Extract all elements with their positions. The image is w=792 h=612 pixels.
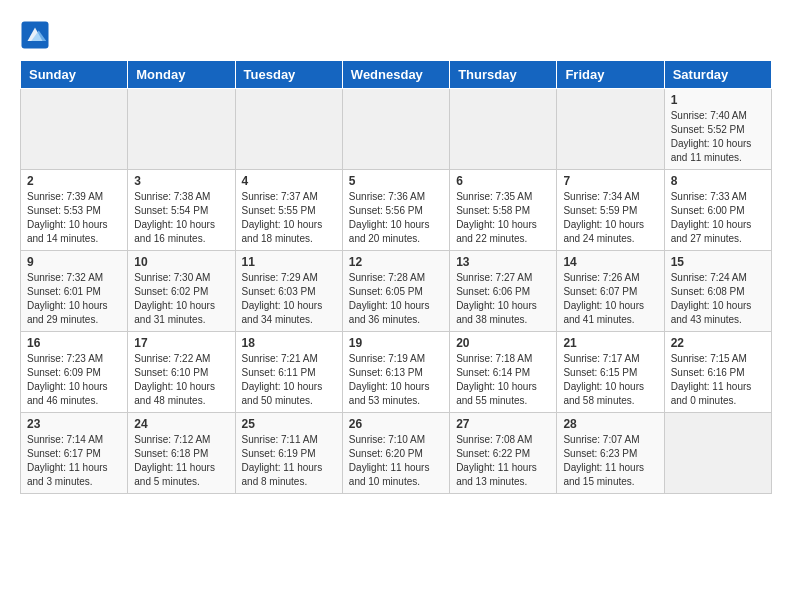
day-info: Sunrise: 7:27 AM Sunset: 6:06 PM Dayligh… bbox=[456, 271, 550, 327]
day-number: 28 bbox=[563, 417, 657, 431]
calendar-cell bbox=[664, 413, 771, 494]
calendar-cell bbox=[21, 89, 128, 170]
calendar-cell: 19Sunrise: 7:19 AM Sunset: 6:13 PM Dayli… bbox=[342, 332, 449, 413]
day-info: Sunrise: 7:30 AM Sunset: 6:02 PM Dayligh… bbox=[134, 271, 228, 327]
day-info: Sunrise: 7:29 AM Sunset: 6:03 PM Dayligh… bbox=[242, 271, 336, 327]
day-header-tuesday: Tuesday bbox=[235, 61, 342, 89]
day-number: 26 bbox=[349, 417, 443, 431]
day-info: Sunrise: 7:40 AM Sunset: 5:52 PM Dayligh… bbox=[671, 109, 765, 165]
calendar-cell: 22Sunrise: 7:15 AM Sunset: 6:16 PM Dayli… bbox=[664, 332, 771, 413]
calendar-cell: 9Sunrise: 7:32 AM Sunset: 6:01 PM Daylig… bbox=[21, 251, 128, 332]
day-number: 21 bbox=[563, 336, 657, 350]
day-number: 5 bbox=[349, 174, 443, 188]
day-info: Sunrise: 7:22 AM Sunset: 6:10 PM Dayligh… bbox=[134, 352, 228, 408]
day-number: 24 bbox=[134, 417, 228, 431]
calendar-cell: 15Sunrise: 7:24 AM Sunset: 6:08 PM Dayli… bbox=[664, 251, 771, 332]
week-row: 2Sunrise: 7:39 AM Sunset: 5:53 PM Daylig… bbox=[21, 170, 772, 251]
day-number: 12 bbox=[349, 255, 443, 269]
day-header-thursday: Thursday bbox=[450, 61, 557, 89]
day-number: 9 bbox=[27, 255, 121, 269]
calendar-cell: 2Sunrise: 7:39 AM Sunset: 5:53 PM Daylig… bbox=[21, 170, 128, 251]
day-info: Sunrise: 7:19 AM Sunset: 6:13 PM Dayligh… bbox=[349, 352, 443, 408]
header-row: SundayMondayTuesdayWednesdayThursdayFrid… bbox=[21, 61, 772, 89]
calendar-cell: 20Sunrise: 7:18 AM Sunset: 6:14 PM Dayli… bbox=[450, 332, 557, 413]
calendar-cell: 16Sunrise: 7:23 AM Sunset: 6:09 PM Dayli… bbox=[21, 332, 128, 413]
day-info: Sunrise: 7:33 AM Sunset: 6:00 PM Dayligh… bbox=[671, 190, 765, 246]
calendar-cell: 4Sunrise: 7:37 AM Sunset: 5:55 PM Daylig… bbox=[235, 170, 342, 251]
day-number: 23 bbox=[27, 417, 121, 431]
day-info: Sunrise: 7:32 AM Sunset: 6:01 PM Dayligh… bbox=[27, 271, 121, 327]
day-info: Sunrise: 7:23 AM Sunset: 6:09 PM Dayligh… bbox=[27, 352, 121, 408]
day-number: 20 bbox=[456, 336, 550, 350]
day-info: Sunrise: 7:24 AM Sunset: 6:08 PM Dayligh… bbox=[671, 271, 765, 327]
day-info: Sunrise: 7:15 AM Sunset: 6:16 PM Dayligh… bbox=[671, 352, 765, 408]
day-info: Sunrise: 7:10 AM Sunset: 6:20 PM Dayligh… bbox=[349, 433, 443, 489]
day-number: 15 bbox=[671, 255, 765, 269]
day-number: 11 bbox=[242, 255, 336, 269]
day-header-wednesday: Wednesday bbox=[342, 61, 449, 89]
calendar-cell: 5Sunrise: 7:36 AM Sunset: 5:56 PM Daylig… bbox=[342, 170, 449, 251]
calendar-cell: 26Sunrise: 7:10 AM Sunset: 6:20 PM Dayli… bbox=[342, 413, 449, 494]
day-info: Sunrise: 7:26 AM Sunset: 6:07 PM Dayligh… bbox=[563, 271, 657, 327]
day-number: 10 bbox=[134, 255, 228, 269]
day-header-saturday: Saturday bbox=[664, 61, 771, 89]
day-number: 8 bbox=[671, 174, 765, 188]
calendar-cell bbox=[128, 89, 235, 170]
day-number: 14 bbox=[563, 255, 657, 269]
calendar: SundayMondayTuesdayWednesdayThursdayFrid… bbox=[20, 60, 772, 494]
day-number: 4 bbox=[242, 174, 336, 188]
day-info: Sunrise: 7:14 AM Sunset: 6:17 PM Dayligh… bbox=[27, 433, 121, 489]
calendar-cell bbox=[557, 89, 664, 170]
calendar-cell: 27Sunrise: 7:08 AM Sunset: 6:22 PM Dayli… bbox=[450, 413, 557, 494]
header bbox=[20, 20, 772, 50]
day-info: Sunrise: 7:36 AM Sunset: 5:56 PM Dayligh… bbox=[349, 190, 443, 246]
day-info: Sunrise: 7:11 AM Sunset: 6:19 PM Dayligh… bbox=[242, 433, 336, 489]
calendar-cell: 1Sunrise: 7:40 AM Sunset: 5:52 PM Daylig… bbox=[664, 89, 771, 170]
day-header-sunday: Sunday bbox=[21, 61, 128, 89]
week-row: 1Sunrise: 7:40 AM Sunset: 5:52 PM Daylig… bbox=[21, 89, 772, 170]
week-row: 16Sunrise: 7:23 AM Sunset: 6:09 PM Dayli… bbox=[21, 332, 772, 413]
day-info: Sunrise: 7:21 AM Sunset: 6:11 PM Dayligh… bbox=[242, 352, 336, 408]
calendar-cell: 23Sunrise: 7:14 AM Sunset: 6:17 PM Dayli… bbox=[21, 413, 128, 494]
day-header-friday: Friday bbox=[557, 61, 664, 89]
day-info: Sunrise: 7:28 AM Sunset: 6:05 PM Dayligh… bbox=[349, 271, 443, 327]
day-info: Sunrise: 7:35 AM Sunset: 5:58 PM Dayligh… bbox=[456, 190, 550, 246]
week-row: 23Sunrise: 7:14 AM Sunset: 6:17 PM Dayli… bbox=[21, 413, 772, 494]
calendar-cell bbox=[342, 89, 449, 170]
day-number: 7 bbox=[563, 174, 657, 188]
calendar-cell: 21Sunrise: 7:17 AM Sunset: 6:15 PM Dayli… bbox=[557, 332, 664, 413]
day-number: 27 bbox=[456, 417, 550, 431]
day-number: 1 bbox=[671, 93, 765, 107]
day-info: Sunrise: 7:17 AM Sunset: 6:15 PM Dayligh… bbox=[563, 352, 657, 408]
calendar-cell: 8Sunrise: 7:33 AM Sunset: 6:00 PM Daylig… bbox=[664, 170, 771, 251]
calendar-cell: 3Sunrise: 7:38 AM Sunset: 5:54 PM Daylig… bbox=[128, 170, 235, 251]
calendar-cell: 11Sunrise: 7:29 AM Sunset: 6:03 PM Dayli… bbox=[235, 251, 342, 332]
day-number: 17 bbox=[134, 336, 228, 350]
day-info: Sunrise: 7:07 AM Sunset: 6:23 PM Dayligh… bbox=[563, 433, 657, 489]
day-number: 6 bbox=[456, 174, 550, 188]
day-number: 22 bbox=[671, 336, 765, 350]
day-number: 13 bbox=[456, 255, 550, 269]
calendar-cell: 25Sunrise: 7:11 AM Sunset: 6:19 PM Dayli… bbox=[235, 413, 342, 494]
calendar-cell: 7Sunrise: 7:34 AM Sunset: 5:59 PM Daylig… bbox=[557, 170, 664, 251]
day-info: Sunrise: 7:38 AM Sunset: 5:54 PM Dayligh… bbox=[134, 190, 228, 246]
day-number: 19 bbox=[349, 336, 443, 350]
day-header-monday: Monday bbox=[128, 61, 235, 89]
logo-icon bbox=[20, 20, 50, 50]
logo bbox=[20, 20, 54, 50]
calendar-cell: 14Sunrise: 7:26 AM Sunset: 6:07 PM Dayli… bbox=[557, 251, 664, 332]
day-info: Sunrise: 7:08 AM Sunset: 6:22 PM Dayligh… bbox=[456, 433, 550, 489]
calendar-cell bbox=[450, 89, 557, 170]
calendar-cell: 13Sunrise: 7:27 AM Sunset: 6:06 PM Dayli… bbox=[450, 251, 557, 332]
calendar-cell: 18Sunrise: 7:21 AM Sunset: 6:11 PM Dayli… bbox=[235, 332, 342, 413]
calendar-cell: 28Sunrise: 7:07 AM Sunset: 6:23 PM Dayli… bbox=[557, 413, 664, 494]
day-info: Sunrise: 7:12 AM Sunset: 6:18 PM Dayligh… bbox=[134, 433, 228, 489]
calendar-cell: 24Sunrise: 7:12 AM Sunset: 6:18 PM Dayli… bbox=[128, 413, 235, 494]
calendar-cell: 6Sunrise: 7:35 AM Sunset: 5:58 PM Daylig… bbox=[450, 170, 557, 251]
calendar-cell bbox=[235, 89, 342, 170]
day-number: 25 bbox=[242, 417, 336, 431]
day-info: Sunrise: 7:39 AM Sunset: 5:53 PM Dayligh… bbox=[27, 190, 121, 246]
day-number: 3 bbox=[134, 174, 228, 188]
week-row: 9Sunrise: 7:32 AM Sunset: 6:01 PM Daylig… bbox=[21, 251, 772, 332]
day-number: 2 bbox=[27, 174, 121, 188]
